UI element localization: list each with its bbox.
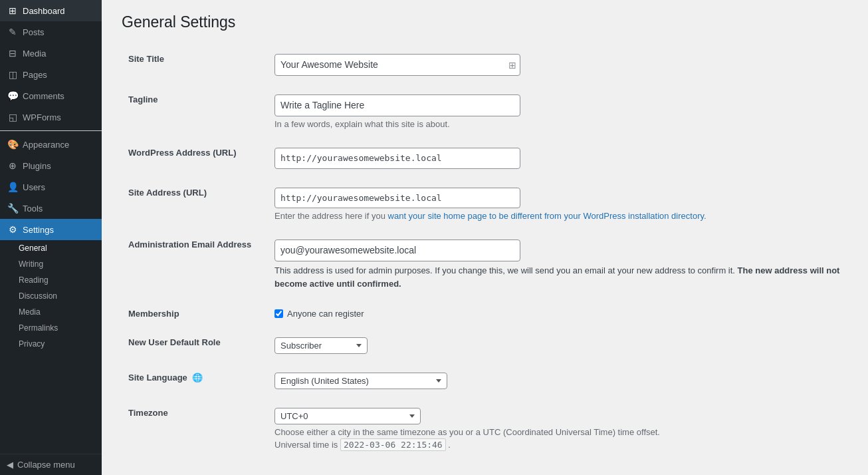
tools-icon: 🔧 (7, 203, 19, 214)
site-title-label: Site Title (128, 54, 164, 64)
page-title: General Settings (122, 13, 848, 31)
tagline-label: Tagline (128, 94, 158, 104)
admin-email-label: Administration Email Address (128, 239, 251, 249)
new-user-role-row: New User Default Role Subscriber Contrib… (122, 328, 848, 363)
wp-address-label: WordPress Address (URL) (128, 148, 237, 158)
site-address-link[interactable]: want your site home page to be different… (388, 211, 704, 221)
sidebar-item-pages[interactable]: ◫ Pages (0, 64, 102, 85)
universal-time-value: 2022-03-06 22:15:46 (340, 438, 446, 451)
sidebar-sub-general[interactable]: General (0, 240, 102, 256)
timezone-label: Timezone (128, 408, 168, 418)
wp-address-input[interactable] (274, 148, 520, 169)
site-address-desc-pre: Enter the address here if you (274, 211, 388, 221)
appearance-icon: 🎨 (7, 139, 19, 150)
site-address-description: Enter the address here if you want your … (274, 211, 841, 221)
sidebar-sub-permalinks[interactable]: Permalinks (0, 320, 102, 336)
sidebar-item-media[interactable]: ⊟ Media (0, 43, 102, 64)
sidebar-sub-discussion[interactable]: Discussion (0, 288, 102, 304)
sidebar-sub-writing[interactable]: Writing (0, 256, 102, 272)
sidebar-item-appearance[interactable]: 🎨 Appearance (0, 134, 102, 155)
admin-email-row: Administration Email Address This addres… (122, 230, 848, 299)
admin-email-input[interactable] (274, 239, 520, 261)
settings-submenu: General Writing Reading Discussion Media… (0, 240, 102, 352)
sidebar-item-tools[interactable]: 🔧 Tools (0, 198, 102, 219)
collapse-menu-button[interactable]: ◀ Collapse menu (0, 454, 102, 475)
membership-checkbox-text: Anyone can register (287, 309, 364, 319)
site-address-label: Site Address (URL) (128, 188, 207, 198)
media-icon: ⊟ (7, 48, 19, 59)
settings-icon: ⚙ (7, 224, 19, 235)
membership-checkbox-label: Anyone can register (274, 309, 841, 319)
membership-row: Membership Anyone can register (122, 299, 848, 328)
sidebar-item-posts[interactable]: ✎ Posts (0, 21, 102, 43)
sidebar-sub-reading[interactable]: Reading (0, 272, 102, 288)
pages-icon: ◫ (7, 69, 19, 80)
universal-time-text: Universal time is 2022-03-06 22:15:46 . (274, 440, 841, 450)
site-language-icon: 🌐 (192, 373, 203, 383)
site-language-select[interactable]: English (United States) (274, 373, 447, 389)
comments-icon: 💬 (7, 90, 19, 101)
sidebar-item-plugins[interactable]: ⊕ Plugins (0, 155, 102, 176)
posts-icon: ✎ (7, 27, 19, 37)
site-title-field-wrapper: ⊞ (274, 54, 520, 76)
site-title-row: Site Title ⊞ (122, 45, 848, 85)
site-address-row: Site Address (URL) Enter the address her… (122, 178, 848, 231)
settings-form: Site Title ⊞ Tagline In a few words, exp… (122, 45, 848, 459)
wpforms-icon: ◱ (7, 112, 19, 122)
membership-label: Membership (128, 309, 179, 319)
site-address-desc-post: . (704, 211, 706, 221)
sidebar-item-comments[interactable]: 💬 Comments (0, 85, 102, 106)
tagline-description: In a few words, explain what this site i… (274, 119, 841, 129)
main-content: General Settings Site Title ⊞ Tagline In… (102, 0, 868, 475)
dashboard-icon: ⊞ (7, 5, 19, 16)
collapse-icon: ◀ (7, 460, 13, 470)
wp-address-row: WordPress Address (URL) (122, 138, 848, 178)
timezone-select[interactable]: UTC+0 (274, 408, 421, 424)
site-title-input[interactable] (274, 54, 520, 76)
timezone-description: Choose either a city in the same timezon… (274, 427, 841, 437)
tagline-row: Tagline In a few words, explain what thi… (122, 85, 848, 138)
sidebar-sub-privacy[interactable]: Privacy (0, 336, 102, 352)
new-user-role-label: New User Default Role (128, 337, 221, 347)
sidebar-item-dashboard[interactable]: ⊞ Dashboard (0, 0, 102, 21)
sidebar-item-wpforms[interactable]: ◱ WPForms (0, 106, 102, 128)
admin-email-notice: This address is used for admin purposes.… (274, 264, 841, 290)
sidebar-sub-media[interactable]: Media (0, 304, 102, 320)
site-language-label: Site Language 🌐 (128, 373, 203, 383)
plugins-icon: ⊕ (7, 160, 19, 171)
membership-checkbox[interactable] (274, 309, 283, 318)
site-title-icon: ⊞ (508, 60, 516, 71)
sidebar-item-settings[interactable]: ⚙ Settings (0, 219, 102, 240)
site-language-row: Site Language 🌐 English (United States) (122, 363, 848, 398)
users-icon: 👤 (7, 182, 19, 192)
site-address-input[interactable] (274, 188, 520, 209)
timezone-row: Timezone UTC+0 Choose either a city in t… (122, 398, 848, 459)
sidebar: ⊞ Dashboard ✎ Posts ⊟ Media ◫ Pages 💬 Co… (0, 0, 102, 475)
tagline-input[interactable] (274, 94, 520, 116)
sidebar-item-users[interactable]: 👤 Users (0, 176, 102, 198)
new-user-role-select[interactable]: Subscriber Contributor Author Editor Adm… (274, 337, 368, 354)
